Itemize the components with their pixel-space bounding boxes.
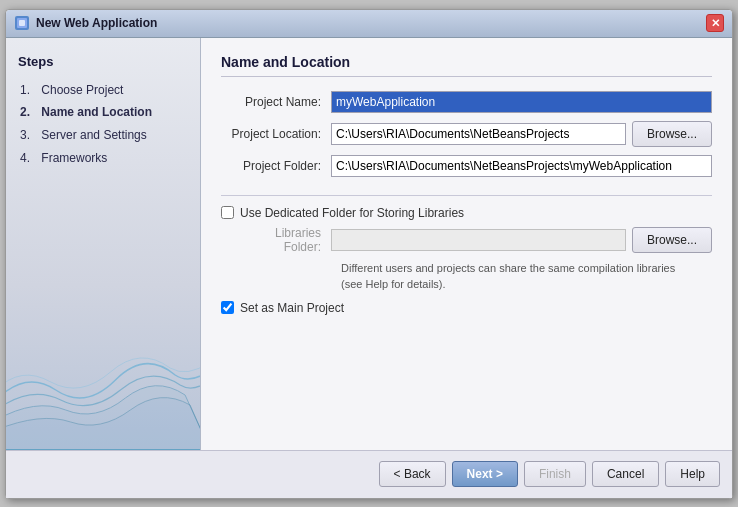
- main-project-label[interactable]: Set as Main Project: [240, 301, 344, 315]
- content-panel: Name and Location Project Name: Project …: [201, 38, 732, 450]
- close-button[interactable]: ✕: [706, 14, 724, 32]
- project-location-label: Project Location:: [221, 127, 331, 141]
- steps-list: 1. Choose Project 2. Name and Location 3…: [18, 79, 188, 170]
- section-title: Name and Location: [221, 54, 712, 77]
- back-button[interactable]: < Back: [379, 461, 446, 487]
- main-project-checkbox[interactable]: [221, 301, 234, 314]
- step-item-4: 4. Frameworks: [18, 147, 188, 170]
- separator-1: [221, 195, 712, 196]
- project-folder-input[interactable]: [331, 155, 712, 177]
- step-item-2: 2. Name and Location: [18, 101, 188, 124]
- dedicated-folder-label[interactable]: Use Dedicated Folder for Storing Librari…: [240, 206, 464, 220]
- dedicated-folder-row: Use Dedicated Folder for Storing Librari…: [221, 206, 712, 220]
- spacer: [221, 321, 712, 434]
- steps-heading: Steps: [18, 54, 188, 69]
- browse-location-button[interactable]: Browse...: [632, 121, 712, 147]
- project-name-row: Project Name:: [221, 91, 712, 113]
- libraries-folder-row: Libraries Folder: Browse...: [221, 226, 712, 254]
- project-name-label: Project Name:: [221, 95, 331, 109]
- project-folder-label: Project Folder:: [221, 159, 331, 173]
- help-button[interactable]: Help: [665, 461, 720, 487]
- title-bar: New Web Application ✕: [6, 10, 732, 38]
- dedicated-folder-checkbox[interactable]: [221, 206, 234, 219]
- window-title: New Web Application: [36, 16, 706, 30]
- wave-decoration: [6, 320, 200, 450]
- main-project-row: Set as Main Project: [221, 301, 712, 315]
- steps-panel: Steps 1. Choose Project 2. Name and Loca…: [6, 38, 201, 450]
- project-name-input[interactable]: [331, 91, 712, 113]
- finish-button[interactable]: Finish: [524, 461, 586, 487]
- libraries-folder-label: Libraries Folder:: [237, 226, 331, 254]
- project-location-row: Project Location: Browse...: [221, 121, 712, 147]
- next-button[interactable]: Next >: [452, 461, 518, 487]
- step-item-3: 3. Server and Settings: [18, 124, 188, 147]
- project-location-input[interactable]: [331, 123, 626, 145]
- libraries-folder-input: [331, 229, 626, 251]
- project-folder-row: Project Folder:: [221, 155, 712, 177]
- dialog-window: New Web Application ✕ Steps 1. Choose Pr…: [5, 9, 733, 499]
- svg-rect-2: [19, 20, 25, 26]
- window-body: Steps 1. Choose Project 2. Name and Loca…: [6, 38, 732, 450]
- footer: < Back Next > Finish Cancel Help: [6, 450, 732, 498]
- cancel-button[interactable]: Cancel: [592, 461, 659, 487]
- browse-libraries-button: Browse...: [632, 227, 712, 253]
- window-icon: [14, 15, 30, 31]
- step-item-1: 1. Choose Project: [18, 79, 188, 102]
- libraries-help-text: Different users and projects can share t…: [221, 260, 712, 293]
